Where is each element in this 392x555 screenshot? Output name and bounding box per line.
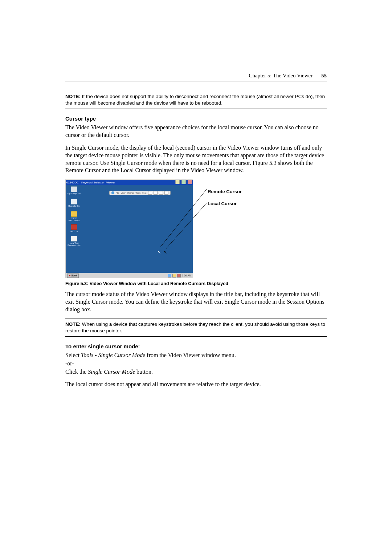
window-titlebar: 01140DC - Keyword Selection Viewer [66, 180, 193, 185]
local-cursor-icon: ↖ [164, 248, 167, 255]
taskbar-clock: 2:36 AM [182, 274, 191, 277]
minimize-icon [175, 180, 180, 184]
system-tray: 2:36 AM [168, 274, 191, 278]
menu-view: View [121, 192, 126, 194]
desktop-icon-mycomputer: My Computer [67, 186, 81, 195]
note-box-2: NOTE: When using a device that captures … [65, 319, 327, 337]
menu-macros: Macros [127, 192, 134, 194]
icon-label: New Text Document.txt [67, 242, 81, 246]
instruction-result: The local cursor does not appear and all… [65, 381, 327, 388]
tray-icon-3 [177, 274, 181, 278]
figure-callout-labels: Remote Cursor Local Cursor [208, 186, 242, 210]
page-header: Chapter 5: The Video Viewer 55 [65, 73, 327, 81]
remote-cursor-label: Remote Cursor [208, 186, 242, 198]
close-icon [188, 180, 192, 184]
heading-enter-single-cursor: To enter single cursor mode: [65, 343, 327, 349]
text: Select [65, 352, 81, 358]
video-viewer-screenshot: 01140DC - Keyword Selection Viewer File … [65, 179, 193, 278]
icon-label: 9800 m [67, 230, 81, 232]
folder-icon [71, 211, 77, 217]
text: from the Video Viewer window menu. [145, 352, 236, 358]
desktop-icon-red: 9800 m [67, 224, 81, 232]
tray-icon-2 [172, 274, 176, 278]
remote-desktop-area: File View Macros Tools Help My Computer [66, 185, 193, 273]
body-para-1: The Video Viewer window offers five appe… [65, 124, 327, 139]
chapter-title: Chapter 5: The Video Viewer [249, 73, 313, 78]
instruction-2: Click the Single Cursor Mode button. [65, 368, 327, 376]
instruction-or: -or- [65, 360, 327, 368]
toolbar-button-4 [164, 191, 168, 195]
figure-wrap: 01140DC - Keyword Selection Viewer File … [65, 179, 327, 278]
figure-caption: Figure 5.3: Video Viewer Window with Loc… [65, 281, 327, 286]
start-label: Start [71, 274, 77, 277]
page-number: 55 [321, 73, 327, 78]
viewer-menu-strip: File View Macros Tools Help [109, 191, 171, 195]
desktop-icon-test: TEST PATTERNS [67, 211, 81, 222]
menu-help: Help [142, 192, 146, 194]
maximize-icon [181, 180, 186, 184]
heading-cursor-type: Cursor type [65, 116, 327, 122]
note-text: If the device does not support the abili… [65, 94, 325, 106]
start-button: ■ Start [67, 274, 79, 278]
page: Chapter 5: The Video Viewer 55 NOTE: If … [0, 0, 392, 448]
text: button. [135, 369, 153, 375]
app-icon [71, 224, 77, 230]
icon-label: TEST PATTERNS [67, 217, 81, 222]
desktop-icon-recycle: Recycle Bin [67, 199, 81, 207]
taskbar: ■ Start 2:36 AM [66, 273, 193, 278]
text-document-icon [71, 236, 77, 242]
toolbar-button-2 [154, 191, 158, 195]
note-text: When using a device that captures keystr… [65, 321, 325, 333]
desktop-icon-doc: New Text Document.txt [67, 236, 81, 246]
local-cursor-label: Local Cursor [208, 198, 242, 210]
button-name-em: Single Cursor Mode [88, 369, 135, 375]
icon-label: My Computer [67, 193, 81, 195]
connection-indicator-icon [111, 191, 114, 194]
computer-icon [71, 186, 77, 192]
window-title: 01140DC - Keyword Selection Viewer [66, 181, 115, 184]
menu-path-em: Tools - Single Cursor Mode [81, 352, 145, 358]
menu-tools: Tools [135, 192, 140, 194]
instruction-1: Select Tools - Single Cursor Mode from t… [65, 352, 327, 359]
body-para-2: In Single Cursor mode, the display of th… [65, 144, 327, 174]
toolbar-button-1 [148, 191, 152, 195]
recycle-bin-icon [71, 199, 77, 204]
note-label: NOTE: [65, 321, 81, 327]
menu-file: File [116, 192, 119, 194]
note-box-1: NOTE: If the device does not support the… [65, 91, 327, 109]
toolbar-button-3 [159, 191, 163, 195]
body-para-3: The cursor mode status of the Video View… [65, 291, 327, 313]
note-label: NOTE: [65, 94, 81, 99]
icon-label: Recycle Bin [67, 205, 81, 207]
text: Click the [65, 369, 88, 375]
remote-cursor-icon: ↖ [158, 248, 161, 255]
tray-icon-1 [168, 274, 171, 278]
